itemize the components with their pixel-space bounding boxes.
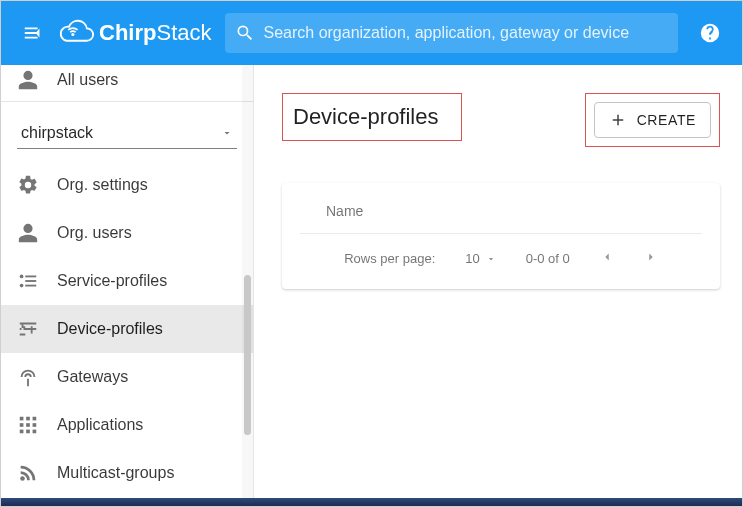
rss-icon <box>17 462 39 484</box>
sidebar-item-label: Gateways <box>57 368 128 386</box>
create-button[interactable]: Create <box>594 102 711 138</box>
org-selected-value: chirpstack <box>21 124 93 142</box>
dropdown-icon <box>221 127 233 139</box>
sidebar-item-org-users[interactable]: Org. users <box>1 209 253 257</box>
svg-rect-3 <box>25 276 36 278</box>
sidebar-nav: Org. settings Org. users Service-profile… <box>1 161 253 506</box>
help-icon <box>699 22 721 44</box>
sidebar-item-label: Service-profiles <box>57 272 167 290</box>
help-button[interactable] <box>690 13 730 53</box>
dropdown-icon <box>486 254 496 264</box>
gear-icon <box>17 174 39 196</box>
plus-icon <box>609 111 627 129</box>
main-content: Device-profiles Create Name Rows per pag… <box>254 65 742 506</box>
global-search[interactable] <box>225 13 678 53</box>
table-header: Name <box>300 183 702 234</box>
svg-rect-12 <box>20 430 24 434</box>
sidebar-item-device-profiles[interactable]: Device-profiles <box>1 305 253 353</box>
chevron-right-icon <box>644 250 658 264</box>
svg-rect-5 <box>25 285 36 287</box>
svg-rect-6 <box>20 417 24 421</box>
apps-icon <box>17 414 39 436</box>
sidebar-item-label: Applications <box>57 416 143 434</box>
chevron-left-icon <box>600 250 614 264</box>
organization-selector[interactable]: chirpstack <box>17 118 237 149</box>
svg-rect-7 <box>26 417 30 421</box>
sidebar-item-all-users[interactable]: All users <box>1 65 253 95</box>
svg-point-0 <box>71 33 74 36</box>
menu-collapse-icon <box>22 22 44 44</box>
cloud-icon <box>57 19 95 47</box>
sidebar-item-service-profiles[interactable]: Service-profiles <box>1 257 253 305</box>
table-pagination: Rows per page: 10 0-0 of 0 <box>282 234 720 289</box>
sidebar-item-label: Multicast-groups <box>57 464 174 482</box>
rows-per-page-label: Rows per page: <box>344 251 435 266</box>
next-page-button[interactable] <box>644 250 658 267</box>
tune-icon <box>17 318 39 340</box>
menu-collapse-button[interactable] <box>13 13 53 53</box>
brand-logo: ChirpStack <box>57 19 211 47</box>
svg-point-15 <box>20 476 25 481</box>
create-button-highlight: Create <box>585 93 720 147</box>
rows-per-page-select[interactable]: 10 <box>465 251 495 266</box>
sidebar-item-gateways[interactable]: Gateways <box>1 353 253 401</box>
sidebar-item-label: Device-profiles <box>57 320 163 338</box>
svg-point-1 <box>20 275 24 279</box>
person-icon <box>17 222 39 244</box>
footer-strip <box>1 498 742 506</box>
person-icon <box>17 69 39 91</box>
sidebar: All users chirpstack Org. settings Org. … <box>1 65 254 506</box>
brand-text: ChirpStack <box>99 20 211 46</box>
page-title-highlight: Device-profiles <box>282 93 462 141</box>
sidebar-item-multicast-groups[interactable]: Multicast-groups <box>1 449 253 497</box>
page-title: Device-profiles <box>293 104 439 130</box>
sidebar-item-applications[interactable]: Applications <box>1 401 253 449</box>
svg-rect-8 <box>33 417 37 421</box>
prev-page-button[interactable] <box>600 250 614 267</box>
top-app-bar: ChirpStack <box>1 1 742 65</box>
rows-per-page-value: 10 <box>465 251 479 266</box>
svg-rect-11 <box>33 423 37 427</box>
sidebar-item-label: Org. users <box>57 224 132 242</box>
svg-rect-14 <box>33 430 37 434</box>
pagination-range: 0-0 of 0 <box>526 251 570 266</box>
sidebar-item-org-settings[interactable]: Org. settings <box>1 161 253 209</box>
data-table-card: Name Rows per page: 10 0-0 of 0 <box>282 183 720 289</box>
svg-point-2 <box>20 284 24 288</box>
divider <box>1 101 253 102</box>
search-input[interactable] <box>263 24 668 42</box>
scrollbar-thumb[interactable] <box>244 275 251 435</box>
sidebar-item-label: All users <box>57 71 118 89</box>
create-button-label: Create <box>637 112 696 128</box>
antenna-icon <box>17 366 39 388</box>
column-header-name[interactable]: Name <box>326 203 363 219</box>
sidebar-item-label: Org. settings <box>57 176 148 194</box>
list-icon <box>17 270 39 292</box>
svg-rect-13 <box>26 430 30 434</box>
svg-rect-10 <box>26 423 30 427</box>
svg-rect-9 <box>20 423 24 427</box>
search-icon <box>235 23 255 43</box>
svg-rect-4 <box>25 280 36 282</box>
